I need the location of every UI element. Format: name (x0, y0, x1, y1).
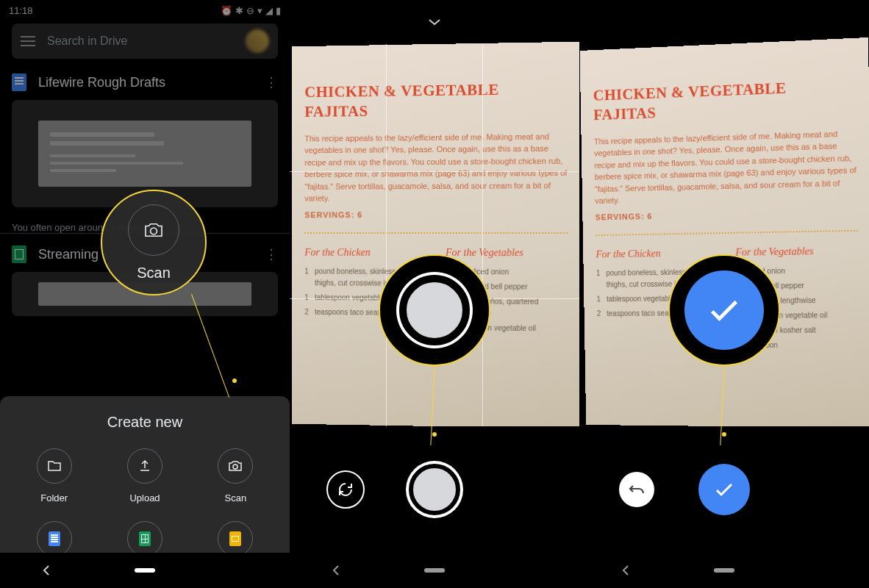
section-header-drafts[interactable]: Lifewire Rough Drafts ⋮ (12, 62, 278, 100)
chevron-down-icon[interactable] (428, 18, 441, 26)
suggestion-text: You often open around this time (12, 222, 278, 233)
camera-controls (290, 426, 579, 553)
status-bar: 11:18 ⏰ ✱ ⊖ ▾ ◢ ▮ (0, 0, 290, 21)
section-title: Streaming (38, 247, 253, 262)
nav-bar (579, 553, 869, 588)
home-button[interactable] (714, 568, 734, 573)
camera-viewfinder: CHICKEN & VEGETABLE FAJITAS This recipe … (292, 42, 579, 429)
avatar[interactable] (246, 29, 269, 53)
more-icon[interactable]: ⋮ (265, 246, 278, 262)
bluetooth-icon: ✱ (235, 5, 243, 16)
back-button[interactable] (43, 564, 50, 576)
sheets-icon (12, 245, 26, 263)
wifi-icon: ▾ (257, 5, 262, 16)
scan-button[interactable]: Scan (193, 448, 278, 503)
dnd-icon: ⊖ (246, 5, 254, 16)
more-icon[interactable]: ⋮ (265, 74, 278, 90)
status-time: 11:18 (9, 5, 33, 16)
document-card[interactable] (12, 272, 278, 316)
nav-bar (0, 553, 290, 588)
signal-icon: ◢ (265, 5, 273, 16)
back-button[interactable] (622, 564, 629, 576)
search-placeholder: Search in Drive (47, 35, 234, 48)
status-icons: ⏰ ✱ ⊖ ▾ ◢ ▮ (221, 5, 281, 16)
section-title: Lifewire Rough Drafts (38, 75, 253, 90)
nav-bar (290, 553, 579, 588)
home-button[interactable] (424, 568, 445, 573)
flip-camera-button[interactable] (326, 470, 365, 509)
create-folder-button[interactable]: Folder (12, 448, 96, 503)
alarm-icon: ⏰ (221, 5, 232, 16)
scan-controls (579, 426, 869, 553)
hamburger-icon[interactable] (21, 36, 35, 46)
docs-icon (12, 74, 26, 91)
search-bar[interactable]: Search in Drive (12, 24, 278, 59)
home-button[interactable] (135, 568, 155, 573)
section-header-streaming[interactable]: Streaming ⋮ (12, 234, 278, 272)
camera-top-bar (290, 0, 579, 44)
undo-button[interactable] (619, 472, 654, 507)
svg-point-0 (233, 465, 237, 469)
confirm-button[interactable] (698, 464, 750, 515)
scan-top-bar (579, 0, 869, 44)
document-card[interactable] (12, 100, 278, 207)
upload-button[interactable]: Upload (102, 448, 187, 503)
shutter-button[interactable] (409, 464, 460, 515)
back-button[interactable] (332, 564, 340, 576)
sheet-title: Create new (12, 414, 278, 431)
battery-icon: ▮ (276, 5, 281, 16)
